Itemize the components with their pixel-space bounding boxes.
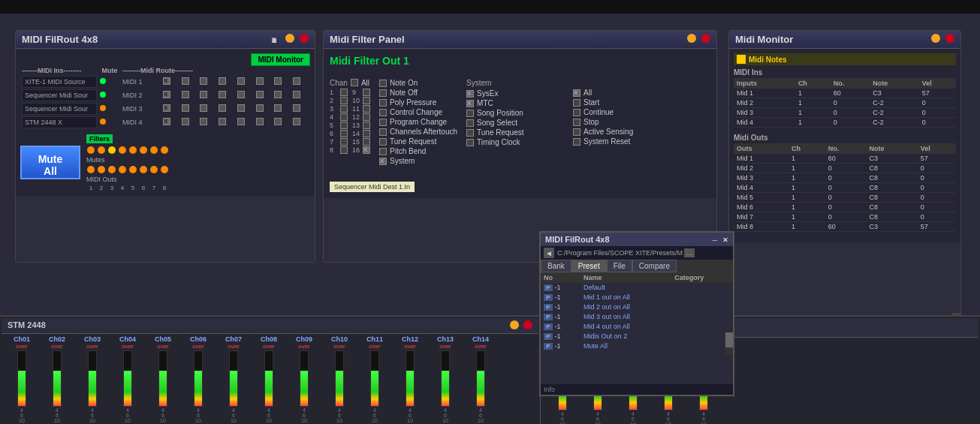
- fader-2[interactable]: [88, 350, 97, 407]
- route-cb-2-8[interactable]: [293, 91, 300, 98]
- system-right-cb-2[interactable]: [573, 109, 580, 116]
- filter-cb-1[interactable]: [379, 89, 387, 97]
- fader-0[interactable]: [17, 350, 26, 407]
- fader-9[interactable]: [335, 350, 344, 407]
- fader-10[interactable]: [370, 350, 379, 407]
- system-right-cb-1[interactable]: [573, 99, 580, 107]
- ch2-checkbox[interactable]: [340, 97, 348, 104]
- route-cb-4-4[interactable]: [219, 118, 226, 125]
- system-cb-3[interactable]: [466, 119, 474, 127]
- system-cb-1[interactable]: [466, 100, 474, 107]
- preset-scrollbar[interactable]: [725, 332, 733, 355]
- route-cb-3-4[interactable]: [219, 104, 226, 112]
- system-right-cb-4[interactable]: [573, 128, 580, 136]
- route-cb-1-5[interactable]: [237, 77, 245, 85]
- preset-list-row-4[interactable]: P -1 Mid 3 out on All: [541, 312, 733, 322]
- filter-cb-7[interactable]: [379, 148, 387, 155]
- fader-1[interactable]: [53, 350, 62, 407]
- preset-tab-compare[interactable]: Compare: [632, 260, 677, 272]
- preset-list-row-6[interactable]: P -1 Midis Out on 2: [541, 332, 733, 341]
- filter-cb-2[interactable]: [379, 99, 387, 107]
- ch16-checkbox[interactable]: [363, 146, 370, 154]
- fader-11[interactable]: [406, 350, 415, 407]
- preset-list-row-2[interactable]: P -1 Mid 1 out on All: [541, 293, 733, 302]
- ch3-checkbox[interactable]: [340, 105, 348, 113]
- route-cb-1-8[interactable]: [293, 77, 300, 85]
- route-cb-4-8[interactable]: [293, 118, 300, 125]
- route-cb-4-7[interactable]: [274, 118, 282, 125]
- preset-tab-bank[interactable]: Bank: [541, 260, 571, 272]
- ch14-checkbox[interactable]: [363, 130, 370, 137]
- system-cb-4[interactable]: [466, 129, 474, 137]
- route-cb-3-8[interactable]: [293, 104, 300, 112]
- ch9-checkbox[interactable]: [363, 89, 370, 96]
- preset-list-row-5[interactable]: P -1 Mid 4 out on All: [541, 322, 733, 332]
- scroll-thumb[interactable]: [725, 332, 733, 347]
- preset-tab-preset[interactable]: Preset: [571, 260, 607, 272]
- fader-7[interactable]: [264, 350, 273, 407]
- mixer-minimize-btn[interactable]: [510, 320, 519, 329]
- route-cb-3-6[interactable]: [256, 104, 264, 112]
- mute-all-button[interactable]: Mute All: [20, 146, 80, 179]
- ch13-checkbox[interactable]: [363, 122, 370, 129]
- route-cb-2-7[interactable]: [274, 91, 282, 98]
- fader-4[interactable]: [158, 350, 167, 407]
- ch1-checkbox[interactable]: [340, 89, 348, 96]
- route-cb-2-2[interactable]: [182, 91, 189, 98]
- filter-cb-3[interactable]: [379, 109, 387, 116]
- ch8-checkbox[interactable]: [340, 146, 348, 154]
- preset-minimize-btn[interactable]: ─: [713, 236, 717, 244]
- fader-5[interactable]: [194, 350, 203, 407]
- fader-12[interactable]: [441, 350, 450, 407]
- route-cb-3-2[interactable]: [182, 104, 189, 112]
- route-cb-2-5[interactable]: [237, 91, 245, 98]
- route-cb-4-6[interactable]: [256, 118, 264, 125]
- filter-minimize-btn[interactable]: [687, 34, 696, 43]
- filter-cb-0[interactable]: [379, 80, 387, 87]
- preset-list-row-7[interactable]: P -1 Mute All: [541, 341, 733, 351]
- ch6-checkbox[interactable]: [340, 130, 348, 137]
- route-cb-3-7[interactable]: [274, 104, 282, 112]
- route-cb-2-1[interactable]: [163, 91, 170, 98]
- route-cb-3-5[interactable]: [237, 104, 245, 112]
- ch11-checkbox[interactable]: [363, 105, 370, 113]
- route-cb-2-6[interactable]: [256, 91, 264, 98]
- route-cb-4-2[interactable]: [182, 118, 189, 125]
- system-cb-0[interactable]: [466, 90, 474, 98]
- preset-list-row-1[interactable]: P -1 Default: [541, 283, 733, 293]
- system-right-cb-0[interactable]: [573, 89, 580, 97]
- ch15-checkbox[interactable]: [363, 138, 370, 146]
- route-cb-2-3[interactable]: [200, 91, 207, 98]
- mixer-close-btn[interactable]: [523, 320, 532, 329]
- filter-cb-6[interactable]: [379, 138, 387, 146]
- monitor-minimize-btn[interactable]: [931, 34, 940, 43]
- system-cb-2[interactable]: [466, 110, 474, 117]
- system-right-cb-3[interactable]: [573, 119, 580, 126]
- route-cb-1-1[interactable]: [163, 77, 170, 85]
- route-cb-1-4[interactable]: [219, 77, 226, 85]
- route-cb-1-2[interactable]: [182, 77, 189, 85]
- monitor-close-btn[interactable]: [945, 34, 954, 43]
- route-cb-4-1[interactable]: [163, 118, 170, 125]
- path-nav-arrow[interactable]: ◄: [544, 248, 554, 258]
- preset-list-row-3[interactable]: P -1 Mid 2 out on All: [541, 302, 733, 312]
- filter-close-btn[interactable]: [701, 34, 710, 43]
- route-cb-3-1[interactable]: [163, 104, 170, 112]
- ch5-checkbox[interactable]: [340, 122, 348, 129]
- ch10-checkbox[interactable]: [363, 97, 370, 104]
- filter-cb-4[interactable]: [379, 119, 387, 126]
- restore-icon[interactable]: 🗎: [271, 37, 278, 44]
- system-cb-5[interactable]: [466, 139, 474, 146]
- path-more-btn[interactable]: ...: [684, 248, 695, 257]
- system-right-cb-5[interactable]: [573, 138, 580, 146]
- filter-cb-5[interactable]: [379, 128, 387, 136]
- route-cb-1-7[interactable]: [274, 77, 282, 85]
- preset-close-btn[interactable]: ✕: [722, 236, 728, 244]
- route-cb-1-6[interactable]: [256, 77, 264, 85]
- fader-8[interactable]: [300, 350, 309, 407]
- minimize-btn[interactable]: [285, 34, 294, 43]
- fader-3[interactable]: [123, 350, 132, 407]
- ch4-checkbox[interactable]: [340, 113, 348, 121]
- route-cb-2-4[interactable]: [219, 91, 226, 98]
- preset-tab-file[interactable]: File: [607, 260, 632, 272]
